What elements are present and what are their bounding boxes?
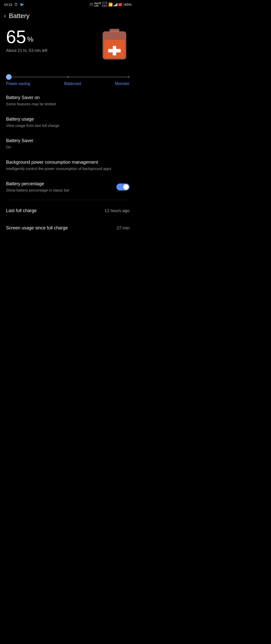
- battery-percentage-subtitle: Show battery percentage in status bar: [6, 188, 116, 193]
- battery-percentage-left: Battery percentage Show battery percenta…: [6, 181, 116, 193]
- last-charge-section: Last full charge 11 hours ago Screen usa…: [0, 200, 136, 239]
- battery-usage-title: Battery usage: [6, 117, 129, 122]
- slider-dot-balanced: [67, 76, 69, 78]
- battery-display-section: 65 % About 21 hr, 53 min left: [0, 24, 136, 70]
- last-full-charge-value: 11 hours ago: [105, 208, 129, 213]
- battery-saver-subtitle: On: [6, 144, 129, 150]
- battery-percentage-toggle[interactable]: [116, 183, 129, 191]
- screen-usage-value: 27 min: [117, 226, 129, 231]
- last-full-charge-title: Last full charge: [6, 208, 37, 213]
- battery-usage-item[interactable]: Battery usage View usage from last full …: [0, 112, 136, 133]
- status-right: 📳 VoLTELTE 0.19KB/s 📶 65%: [90, 2, 131, 8]
- battery-percentage-item[interactable]: Battery percentage Show battery percenta…: [0, 176, 136, 198]
- background-power-title: Background power consumption management: [6, 160, 129, 165]
- wifi-icon: 📶: [108, 3, 113, 7]
- slider-thumb[interactable]: [6, 74, 12, 80]
- battery-percentage-large: 65 %: [6, 28, 99, 46]
- slider-dot-monster: [128, 76, 129, 78]
- battery-graphic: [99, 28, 129, 63]
- settings-list: Battery Saver on Some features may be li…: [0, 88, 136, 200]
- network-speed: 0.19KB/s: [102, 2, 107, 8]
- power-mode-slider-section: Power saving Balanced Monster: [0, 70, 136, 88]
- background-power-item[interactable]: Background power consumption management …: [0, 155, 136, 176]
- back-button[interactable]: ‹: [4, 13, 6, 19]
- battery-saver-title: Battery Saver: [6, 138, 129, 143]
- battery-saver-on-subtitle: Some features may be limited: [6, 101, 129, 107]
- battery-usage-subtitle: View usage from last full charge: [6, 123, 129, 128]
- status-bar: 10:13 🗒 🐦 📳 VoLTELTE 0.19KB/s 📶 65%: [0, 0, 136, 9]
- battery-svg-icon: [101, 28, 128, 60]
- battery-percentage-row: Battery percentage Show battery percenta…: [6, 181, 129, 193]
- battery-saver-on-item[interactable]: Battery Saver on Some features may be li…: [0, 90, 136, 112]
- battery-percent-status: 65%: [125, 3, 131, 7]
- header: ‹ Battery: [0, 9, 136, 24]
- battery-status-icon: [118, 3, 124, 6]
- vibrate-icon: 📳: [90, 3, 93, 6]
- time: 10:13: [4, 3, 12, 7]
- battery-saver-on-title: Battery Saver on: [6, 95, 129, 100]
- screen-usage-title: Screen usage since full charge: [6, 225, 68, 231]
- label-balanced[interactable]: Balanced: [64, 81, 81, 86]
- slider-track[interactable]: [6, 76, 129, 77]
- last-full-charge-item: Last full charge 11 hours ago: [0, 202, 136, 219]
- percent-symbol: %: [27, 36, 33, 43]
- lte-icon: VoLTELTE: [94, 2, 101, 7]
- status-left: 10:13 🗒 🐦: [4, 3, 24, 7]
- label-power-saving[interactable]: Power saving: [6, 81, 30, 86]
- slider-labels: Power saving Balanced Monster: [6, 81, 129, 86]
- battery-time-remaining: About 21 hr, 53 min left: [6, 48, 99, 53]
- svg-rect-1: [109, 29, 119, 32]
- battery-saver-item[interactable]: Battery Saver On: [0, 133, 136, 155]
- battery-number: 65: [6, 28, 26, 46]
- background-power-subtitle: Intelligently control the power consumpt…: [6, 166, 129, 171]
- twitter-icon: 🐦: [20, 3, 24, 7]
- label-monster[interactable]: Monster: [115, 81, 129, 86]
- battery-info: 65 % About 21 hr, 53 min left: [6, 28, 99, 53]
- svg-rect-4: [108, 49, 121, 52]
- page-title: Battery: [9, 12, 29, 20]
- battery-percentage-title: Battery percentage: [6, 181, 116, 187]
- signal-icon: [114, 3, 117, 6]
- screen-usage-item: Screen usage since full charge 27 min: [0, 219, 136, 237]
- sim-icon: 🗒: [14, 3, 18, 7]
